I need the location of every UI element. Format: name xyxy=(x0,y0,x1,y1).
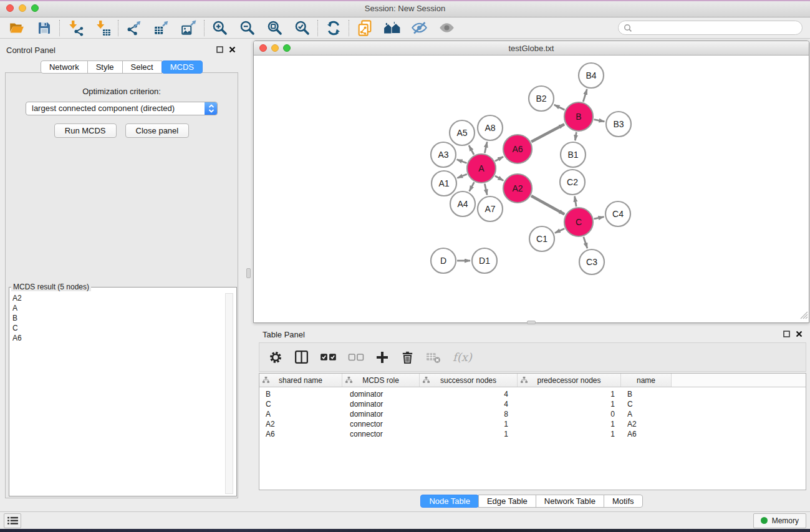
float-panel-icon[interactable] xyxy=(216,44,223,56)
graph-node-D[interactable]: D xyxy=(431,248,456,273)
graph-edge-B-B3[interactable] xyxy=(594,120,605,122)
memory-button[interactable]: Memory xyxy=(753,513,806,528)
export-table-icon[interactable] xyxy=(152,19,170,37)
table-cell[interactable]: dominator xyxy=(342,410,420,418)
graph-node-A[interactable]: A xyxy=(467,154,496,183)
table-cell[interactable]: B xyxy=(621,390,672,399)
graph-edge-B-B1[interactable] xyxy=(575,132,576,141)
tab-mcds[interactable]: MCDS xyxy=(162,60,203,74)
graph-edge-A-A8[interactable] xyxy=(485,142,487,153)
table-cell[interactable]: A xyxy=(621,410,672,418)
table-cell[interactable]: 8 xyxy=(420,410,518,418)
tab-network[interactable]: Network xyxy=(41,60,88,74)
graph-node-B3[interactable]: B3 xyxy=(606,112,631,137)
table-cell[interactable]: 1 xyxy=(518,420,621,428)
table-row[interactable]: A6connector11A6 xyxy=(259,429,806,439)
graph-node-C3[interactable]: C3 xyxy=(579,249,604,274)
graph-edge-B-B4[interactable] xyxy=(583,89,587,102)
tab-select[interactable]: Select xyxy=(122,60,162,74)
graph-edge-A-A2[interactable] xyxy=(495,176,503,180)
tab-node-table[interactable]: Node Table xyxy=(420,495,479,508)
deselect-all-icon[interactable] xyxy=(348,353,364,362)
close-panel-icon[interactable] xyxy=(229,44,236,56)
tab-edge-table[interactable]: Edge Table xyxy=(478,495,536,508)
graph-node-B[interactable]: B xyxy=(564,102,593,131)
table-cell[interactable]: 0 xyxy=(518,410,621,418)
new-network-from-selection-icon[interactable] xyxy=(355,19,374,37)
graph-edge-A-A4[interactable] xyxy=(470,182,475,191)
graph-node-B2[interactable]: B2 xyxy=(529,86,554,111)
column-settings-icon[interactable] xyxy=(268,350,283,365)
graph-edge-C-C1[interactable] xyxy=(555,228,564,233)
graph-node-A5[interactable]: A5 xyxy=(450,120,475,145)
table-cell[interactable]: connector xyxy=(342,430,420,438)
table-cell[interactable]: A2 xyxy=(259,420,342,428)
column-header-successor-nodes[interactable]: successor nodes xyxy=(420,374,518,387)
result-scrollbar[interactable] xyxy=(225,293,233,494)
graph-node-C2[interactable]: C2 xyxy=(560,170,585,195)
import-table-icon[interactable] xyxy=(94,19,112,37)
column-header-shared-name[interactable]: shared name xyxy=(259,374,342,387)
save-session-icon[interactable] xyxy=(35,19,53,37)
float-table-panel-icon[interactable] xyxy=(783,329,790,340)
graph-edge-B-B2[interactable] xyxy=(554,105,565,110)
tab-style[interactable]: Style xyxy=(87,60,123,74)
graph-edge-C-C3[interactable] xyxy=(584,237,587,248)
table-cell[interactable]: 1 xyxy=(518,400,621,409)
hide-selected-icon[interactable] xyxy=(410,19,428,37)
apply-layout-icon[interactable] xyxy=(324,19,342,37)
graph-edge-C-C2[interactable] xyxy=(575,196,577,207)
column-header-MCDS-role[interactable]: MCDS role xyxy=(342,374,420,387)
graph-node-C1[interactable]: C1 xyxy=(529,226,554,251)
graph-node-D1[interactable]: D1 xyxy=(472,248,497,273)
table-cell[interactable]: 4 xyxy=(420,400,518,409)
network-window-titlebar[interactable]: testGlobe.txt xyxy=(254,41,809,56)
graph-edge-A-A6[interactable] xyxy=(495,157,503,161)
export-network-icon[interactable] xyxy=(125,19,143,37)
mcds-result-item[interactable]: C xyxy=(12,323,236,333)
graph-node-A6[interactable]: A6 xyxy=(503,135,532,163)
graph-edge-A-A3[interactable] xyxy=(457,160,467,163)
zoom-out-icon[interactable] xyxy=(238,19,256,37)
mcds-result-item[interactable]: A2 xyxy=(12,293,236,303)
graph-node-A1[interactable]: A1 xyxy=(432,171,456,196)
graph-node-C4[interactable]: C4 xyxy=(605,201,630,226)
zoom-in-icon[interactable] xyxy=(211,19,229,37)
zoom-selected-icon[interactable] xyxy=(293,19,311,37)
table-cell[interactable]: 1 xyxy=(420,430,518,438)
close-panel-button[interactable]: Close panel xyxy=(125,123,190,138)
graph-edge-A-A5[interactable] xyxy=(469,145,474,155)
graph-edge-A-A1[interactable] xyxy=(457,174,466,178)
graph-edge-A2-C[interactable] xyxy=(531,196,564,214)
table-row[interactable]: A2connector11A2 xyxy=(259,419,806,429)
delete-columns-icon[interactable] xyxy=(400,350,415,364)
graph-edge-A6-B[interactable] xyxy=(531,124,564,142)
open-session-icon[interactable] xyxy=(7,19,26,37)
show-all-icon[interactable] xyxy=(438,19,456,37)
column-header-predecessor-nodes[interactable]: predecessor nodes xyxy=(518,374,621,387)
table-row[interactable]: Cdominator41C xyxy=(259,399,806,409)
graph-node-B1[interactable]: B1 xyxy=(561,142,586,167)
window-resize-grip[interactable] xyxy=(800,311,808,322)
table-cell[interactable]: C xyxy=(259,400,342,409)
search-input[interactable] xyxy=(632,23,797,32)
export-image-icon[interactable] xyxy=(180,19,198,37)
import-network-icon[interactable] xyxy=(66,19,84,37)
table-cell[interactable]: C xyxy=(621,400,672,409)
graph-edge-A-A7[interactable] xyxy=(485,183,487,195)
zoom-fit-icon[interactable] xyxy=(266,19,284,37)
table-row[interactable]: Adominator80A xyxy=(259,409,806,419)
select-all-icon[interactable] xyxy=(320,352,337,362)
table-cell[interactable]: dominator xyxy=(342,400,420,409)
table-cell[interactable]: 1 xyxy=(518,390,621,399)
mcds-result-item[interactable]: A6 xyxy=(12,333,236,343)
graph-node-A7[interactable]: A7 xyxy=(478,196,503,221)
criterion-select[interactable]: largest connected component (directed) xyxy=(26,102,218,115)
mcds-result-item[interactable]: B xyxy=(12,313,236,323)
graph-edge-C-C4[interactable] xyxy=(594,217,604,219)
graph-node-A8[interactable]: A8 xyxy=(478,115,503,140)
graph-node-C[interactable]: C xyxy=(564,208,593,236)
column-header-name[interactable]: name xyxy=(621,374,672,387)
table-cell[interactable]: B xyxy=(259,390,342,399)
graph-node-A2[interactable]: A2 xyxy=(503,174,532,203)
